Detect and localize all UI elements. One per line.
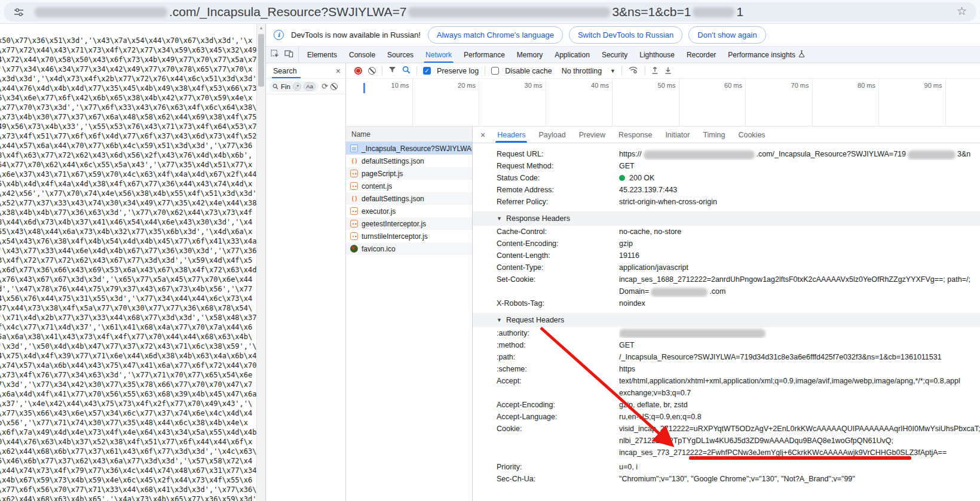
request-row[interactable]: geetestInterceptor.js [346,217,472,230]
close-details-icon[interactable]: × [475,127,491,143]
request-name: defaultSettings.json [362,157,424,165]
tab-application[interactable]: Application [549,47,596,63]
request-row[interactable]: favicon.ico [346,242,472,255]
url-redacted-2 [408,7,610,17]
search-input[interactable]: Fin .* Aa [269,81,319,92]
filter-icon[interactable] [388,66,396,75]
request-table-header[interactable]: Name [346,127,472,142]
toolbar-separator [645,66,645,76]
regex-toggle[interactable]: .* [293,82,301,91]
address-bar[interactable]: .com/_Incapsula_Resource?SWJIYLWA=73&ns=… [4,2,976,21]
page-scrollbar[interactable]: ▲ [256,24,265,501]
scrollbar-up-arrow[interactable]: ▲ [257,24,265,32]
request-row[interactable]: content.js [346,180,472,192]
record-network-log-icon[interactable] [354,67,362,75]
json-file-icon [350,195,358,202]
site-settings-icon[interactable] [13,7,24,18]
redacted-host [644,150,755,159]
code-line: 4\x72\x44\x70\x58\x50\x43\x6f\x73\x4b\x4… [0,55,256,64]
code-line: 3\x4f\x72\x77\x72\x62\x43\x67\x77\x3d\x3… [0,256,256,265]
details-tab-response[interactable]: Response [612,127,659,143]
clear-search-icon[interactable] [330,83,338,90]
device-toolbar-icon[interactable] [284,50,293,60]
match-case-toggle[interactable]: Aa [304,82,316,91]
json-file-icon [350,157,358,165]
code-line: \x77\x70\x73\x3d','\x77\x6f\x33\x43\x76\… [0,103,256,112]
header-row-x-robots-tag: X-Robots-Tag:noindex [473,297,980,309]
code-line: 8\x44\x6d\x73\x4b\x37\x41\x46\x54\x44\x6… [0,217,256,227]
request-name: pageScript.js [362,170,403,178]
code-line: 6\x34\x6e\x77\x6f\x42\x6b\x65\x38\x4b\x4… [0,93,256,103]
clear-network-log-icon[interactable] [368,67,376,75]
details-tab-cookies[interactable]: Cookies [731,127,771,143]
response-headers-section[interactable]: ▼ Response Headers [473,211,980,226]
preserve-log-label[interactable]: Preserve log [437,67,479,75]
search-query-text[interactable]: Fin [281,83,290,90]
code-line: \x77\x72\x44\x43\x71\x73\x4f\x72\x77\x34… [0,45,256,55]
header-row-cookie-line3: incap_ses_773_2712222=2FwhfPCNw3eJemYglj… [473,447,980,459]
header-row-method: :method:GET [473,339,980,351]
url-redacted-1 [35,7,167,17]
code-line: 49\x56\x73\x4b\x33','\x55\x53\x76\x43\x7… [0,122,256,131]
request-headers-section[interactable]: ▼ Request Headers [473,313,980,327]
network-conditions-icon[interactable] [628,66,639,76]
timeline-tick: 80 ms [813,79,880,126]
details-tab-timing[interactable]: Timing [696,127,731,143]
inspect-element-icon[interactable] [271,50,280,60]
header-row-remote-address: Remote Address: 45.223.139.7:443 [473,184,980,196]
infobar-button[interactable]: Don't show again [688,26,765,44]
tab-recorder[interactable]: Recorder [681,47,722,63]
import-har-icon[interactable] [651,66,659,76]
tab-console[interactable]: Console [343,47,381,63]
code-line: \x3d\x3d','\x4d\x73\x4f\x2b\x77\x72\x76\… [0,74,256,84]
code-line: x50\x77\x36\x51\x3d','\x43\x7a\x54\x44\x… [0,36,256,45]
infobar-message: DevTools is now available in Russian! [291,30,421,39]
request-row[interactable]: executor.js [346,205,472,217]
code-line: \x6d\x77\x36\x66\x43\x69\x53\x6a\x43\x67… [0,265,256,275]
request-row[interactable]: defaultSettings.json [346,155,472,167]
code-line: d','\x47\x78\x76\x44\x75\x79\x37\x43\x67… [0,284,256,294]
scrollbar-thumb[interactable] [258,34,264,87]
preserve-log-checkbox[interactable]: ✓ [423,67,431,75]
details-tab-headers[interactable]: Headers [491,127,532,143]
details-tabs-row: × HeadersPayloadPreviewResponseInitiator… [473,127,980,143]
code-line: \x73\x4b\x30\x77\x37\x67\x6a\x48\x58\x62… [0,112,256,122]
request-row[interactable]: pageScript.js [346,167,472,180]
code-line: \x4b\x67\x59\x73\x4b\x59\x4e\x6c\x45\x2f… [0,475,256,485]
tab-elements[interactable]: Elements [301,47,343,63]
code-line: '\x77\x34\x46\x34\x77\x34\x42\x49\x77\x7… [0,64,256,74]
code-line: 55\x43\x48\x44\x6a\x73\x4b\x32\x77\x35\x… [0,227,256,236]
tab-sources[interactable]: Sources [381,47,419,63]
tab-memory[interactable]: Memory [511,47,549,63]
request-row[interactable]: turnstileInterceptor.js [346,230,472,242]
tab-security[interactable]: Security [596,47,633,63]
header-row-priority: Priority:u=0, i [473,461,980,473]
disable-cache-label[interactable]: Disable cache [505,67,552,75]
tab-lighthouse[interactable]: Lighthouse [633,47,681,63]
network-overview-timeline[interactable]: 10 ms20 ms30 ms40 ms50 ms60 ms70 ms80 ms… [346,79,980,127]
info-icon: i [274,30,284,40]
export-har-icon[interactable] [664,66,672,76]
header-row-request-method: Request Method: GET [473,160,980,172]
close-search-drawer-icon[interactable]: × [336,66,341,76]
header-row-authority: :authority: [473,327,980,339]
tab-performance-insights[interactable]: Performance insights [722,47,811,63]
disable-cache-checkbox[interactable] [491,67,499,75]
throttling-select[interactable]: No throttling [562,67,602,75]
favicon-file-icon [350,245,358,253]
details-tab-preview[interactable]: Preview [572,127,612,143]
infobar-button[interactable]: Always match Chrome's language [428,26,563,44]
tab-performance[interactable]: Performance [458,47,511,63]
search-drawer-tab[interactable]: Search × [266,63,346,78]
bookmark-star-icon[interactable]: ☆ [957,4,967,18]
search-network-icon[interactable] [402,66,411,76]
devtools-tabs-row: ElementsConsoleSourcesNetworkPerformance… [266,47,980,63]
infobar-button[interactable]: Switch DevTools to Russian [569,26,682,44]
details-tab-payload[interactable]: Payload [532,127,572,143]
chevron-down-icon[interactable]: ▼ [610,68,615,74]
request-row[interactable]: _Incapsula_Resource?SWJIYLWA=... [346,142,472,155]
request-row[interactable]: defaultSettings.json [346,192,472,205]
details-tab-initiator[interactable]: Initiator [659,127,696,143]
refresh-search-icon[interactable]: ⟳ [321,82,328,90]
tab-network[interactable]: Network [419,47,458,63]
